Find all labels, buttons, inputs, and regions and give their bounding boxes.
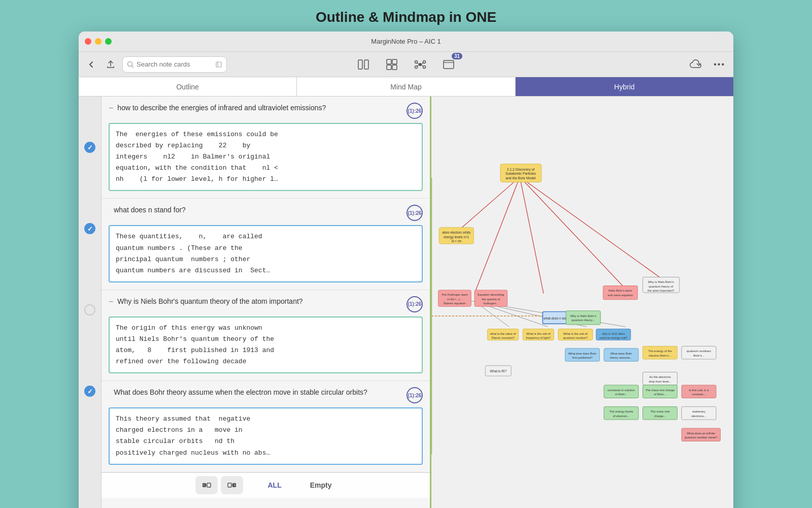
mindmap-svg: 2.1.2 Discovery of Subatomic Particles a… [431,97,733,508]
collapse-1[interactable]: − [109,104,113,113]
svg-rect-2 [216,62,221,67]
check-item-4[interactable] [79,351,101,432]
arrange-left-icon [201,480,212,490]
svg-text:is this unit, is a: is this unit, is a [689,389,709,392]
svg-text:quantum theory...: quantum theory... [571,319,595,322]
check-item-3[interactable] [79,269,101,351]
checkbox-sidebar [79,97,101,508]
answer-4: This theory assumed that negative charge… [109,407,423,464]
collapse-4[interactable]: · [109,390,110,395]
svg-text:What time does Bohr: What time does Bohr [568,352,596,355]
titlebar: MarginNote Pro – AIC 1 [79,31,733,52]
book-icon [215,61,222,68]
filter-empty-button[interactable]: Empty [306,479,336,491]
network-icon [414,58,427,71]
toolbar: 31 ••• [79,52,733,77]
svg-text:What is the unit of: What is the unit of [563,332,588,335]
svg-rect-6 [387,59,391,64]
traffic-lights [85,38,112,45]
svg-point-10 [419,63,422,66]
cloud-icon [689,59,702,70]
close-button[interactable] [85,38,91,45]
svg-rect-60 [603,286,637,300]
outline-panel: − how to describe the energies of infrar… [101,97,431,508]
note-card-4: · What does Bohr theory assume when the … [101,381,430,472]
svg-text:Planck constant?: Planck constant? [491,336,515,339]
svg-text:Why is Niels Bohr's: Why is Niels Bohr's [648,280,674,283]
arrange-right-icon [227,480,237,490]
note-card-1: − how to describe the energies of infrar… [101,97,430,199]
svg-text:nl < nh: nl < nh [452,240,462,243]
window-title: MarginNote Pro – AIC 1 [371,38,441,45]
svg-text:Equation describing: Equation describing [478,293,504,296]
svg-rect-9 [392,65,397,70]
svg-text:frequency of light?: frequency of light? [526,336,551,339]
grid-view-button[interactable] [382,56,401,73]
svg-text:2.1.2 Discovery of: 2.1.2 Discovery of [507,168,535,172]
svg-point-12 [423,60,426,63]
svg-text:of electron...: of electron... [613,415,630,418]
check-circle-3[interactable] [84,304,95,315]
grid-icon [385,58,398,71]
svg-text:quantum number mean?: quantum number mean? [685,436,718,439]
main-content: − how to describe the energies of infrar… [79,97,733,508]
svg-text:stationary: stationary [692,410,705,413]
check-item-2[interactable] [79,188,101,269]
svg-text:why is 1/n2 often: why is 1/n2 often [601,332,625,335]
svg-text:theory assume...: theory assume... [610,356,632,359]
question-2: what does n stand for? [114,205,402,215]
svg-line-16 [422,62,423,64]
svg-text:The energy of the: The energy of the [648,350,672,353]
minimize-button[interactable] [95,38,101,45]
filter-all-button[interactable]: ALL [263,479,285,491]
popup-right-icon[interactable] [221,476,243,494]
windows-badge: 31 [452,53,462,59]
svg-text:Why is Niels Bohr's: Why is Niels Bohr's [570,314,596,318]
svg-rect-4 [358,60,362,69]
search-input[interactable] [137,60,213,68]
tab-mindmap[interactable]: Mind Map [297,77,515,96]
svg-rect-22 [207,483,211,487]
tab-outline[interactable]: Outline [79,77,297,96]
check-circle-1[interactable] [84,142,95,153]
svg-text:of Bohr...: of Bohr... [615,393,627,396]
svg-rect-24 [228,483,231,487]
mindmap-panel[interactable]: 2.1.2 Discovery of Subatomic Particles a… [431,97,733,508]
popup-left-icon[interactable] [195,476,218,494]
svg-text:quantum numbers: quantum numbers [687,350,711,353]
note-card-3: − Why is Niels Bohr's quantum theory of … [101,290,430,381]
more-icon: ••• [714,60,725,69]
share-button[interactable] [103,58,118,71]
svg-text:of Bohr...: of Bohr... [654,393,666,396]
svg-text:hydrogen...: hydrogen... [483,302,498,305]
check-circle-2[interactable] [84,223,95,234]
svg-text:used as energy unit?: used as energy unit? [599,336,628,339]
svg-line-29 [520,177,544,294]
collapse-3[interactable]: − [109,297,113,306]
book-view-button[interactable] [354,56,373,73]
more-button[interactable]: ••• [710,58,728,71]
svg-text:The Hydrogen atom: The Hydrogen atom [442,293,468,296]
svg-text:constants in solution: constants in solution [607,389,635,392]
svg-rect-57 [566,311,600,325]
badge-2: (1):26 [407,205,423,221]
search-icon [127,61,134,68]
svg-point-14 [423,66,426,68]
check-item-1[interactable] [79,107,101,188]
maximize-button[interactable] [105,38,112,45]
note-header-2: · what does n stand for? (1):26 [109,205,423,221]
cloud-button[interactable] [686,57,705,72]
search-box[interactable] [122,56,227,73]
collapse-2[interactable]: · [109,208,110,212]
svg-point-13 [415,66,418,68]
network-view-button[interactable] [411,56,430,73]
svg-text:the spectra of: the spectra of [482,298,500,301]
svg-text:atom electron orbits: atom electron orbits [442,231,470,235]
tab-hybrid[interactable]: Hybrid [516,77,733,96]
check-circle-4[interactable] [84,386,95,397]
svg-text:What is the unit of: What is the unit of [526,332,551,335]
svg-point-0 [128,61,132,66]
svg-text:and wave equation: and wave equation [607,294,633,297]
svg-text:quantum theory of: quantum theory of [649,285,673,288]
back-button[interactable] [84,58,99,71]
